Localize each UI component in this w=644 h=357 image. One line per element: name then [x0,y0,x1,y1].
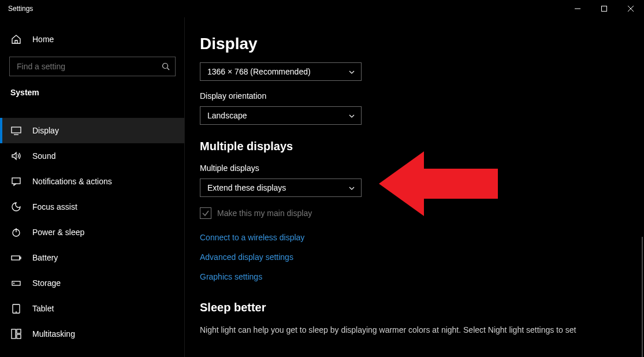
search-input[interactable] [9,57,176,76]
multiple-displays-dropdown[interactable]: Extend these displays [200,178,362,197]
focus-assist-icon [10,201,22,213]
main-display-checkbox-label: Make this my main display [217,209,312,218]
svg-rect-19 [17,334,21,339]
advanced-display-link[interactable]: Advanced display settings [200,252,644,262]
sidebar-item-storage[interactable]: Storage [0,270,185,296]
sleep-better-heading: Sleep better [200,301,644,314]
sound-icon [10,150,22,162]
battery-icon [10,252,22,263]
sidebar-item-label: Sound [32,151,55,161]
home-icon [10,34,22,45]
sidebar-item-label: Tablet [32,304,54,313]
sidebar-item-focus-assist[interactable]: Focus assist [0,194,185,220]
content-pane: Display 1366 × 768 (Recommended) Display… [185,17,644,357]
svg-rect-18 [17,329,21,333]
multitasking-icon [10,328,22,340]
nav-list: Display Sound Notifications & actions Fo… [0,118,185,347]
notifications-icon [10,176,22,187]
sidebar: Home System Display Sound [0,17,185,357]
main-display-checkbox: Make this my main display [200,207,644,219]
search-icon [162,62,170,70]
svg-rect-8 [12,178,20,184]
home-button[interactable]: Home [0,29,185,50]
sidebar-item-power-sleep[interactable]: Power & sleep [0,220,185,245]
multiple-displays-label: Multiple displays [200,163,644,173]
orientation-label: Display orientation [200,91,644,101]
chevron-down-icon [348,68,355,75]
display-icon [10,125,22,136]
storage-icon [10,277,22,289]
minimize-button[interactable] [564,0,591,17]
multiple-displays-value: Extend these displays [207,183,286,192]
scrollbar[interactable] [642,237,643,357]
resolution-dropdown[interactable]: 1366 × 768 (Recommended) [200,62,362,81]
svg-rect-17 [12,329,16,339]
sidebar-item-label: Storage [32,278,61,288]
close-button[interactable] [617,0,644,17]
svg-rect-1 [602,6,607,12]
sidebar-section-title: System [0,88,185,107]
svg-point-4 [163,64,168,69]
sidebar-item-battery[interactable]: Battery [0,245,185,270]
sidebar-item-label: Display [32,126,59,135]
sidebar-item-display[interactable]: Display [0,118,185,143]
search-wrap [9,57,176,76]
sidebar-item-label: Focus assist [32,202,77,211]
sidebar-item-label: Multitasking [32,329,75,339]
svg-rect-6 [12,127,21,133]
page-title: Display [200,35,644,53]
svg-rect-12 [20,257,21,259]
power-icon [10,226,22,238]
sidebar-item-notifications[interactable]: Notifications & actions [0,169,185,194]
window-title: Settings [0,5,33,13]
chevron-down-icon [348,112,355,119]
sidebar-item-tablet[interactable]: Tablet [0,296,185,321]
graphics-settings-link[interactable]: Graphics settings [200,272,644,281]
multiple-displays-heading: Multiple displays [200,140,644,153]
titlebar: Settings [0,0,644,17]
checkbox-icon [200,207,211,219]
home-label: Home [32,35,54,44]
sidebar-item-sound[interactable]: Sound [0,143,185,169]
resolution-value: 1366 × 768 (Recommended) [207,67,311,76]
maximize-button[interactable] [591,0,617,17]
sidebar-item-label: Notifications & actions [32,177,112,186]
sidebar-item-label: Power & sleep [32,228,84,237]
svg-point-14 [14,283,14,284]
sidebar-item-multitasking[interactable]: Multitasking [0,321,185,347]
sidebar-item-label: Battery [32,253,58,262]
chevron-down-icon [348,184,355,191]
orientation-dropdown[interactable]: Landscape [200,106,362,125]
wireless-display-link[interactable]: Connect to a wireless display [200,233,644,242]
svg-rect-11 [12,256,20,260]
sleep-better-body: Night light can help you get to sleep by… [200,325,616,336]
tablet-icon [10,303,22,314]
orientation-value: Landscape [207,111,247,120]
svg-line-5 [167,68,170,70]
window-controls [564,0,644,17]
